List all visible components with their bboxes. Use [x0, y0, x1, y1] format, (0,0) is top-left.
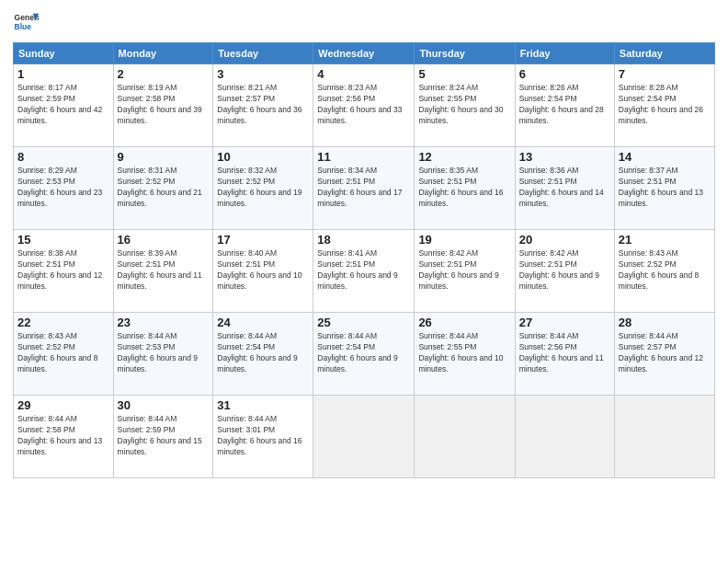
sunset-label: Sunset: 2:51 PM	[418, 259, 476, 269]
sunset-label: Sunset: 2:52 PM	[619, 259, 677, 269]
day-info: Sunrise: 8:23 AM Sunset: 2:56 PM Dayligh…	[317, 83, 410, 127]
sunrise-label: Sunrise: 8:44 AM	[17, 414, 77, 423]
sunset-label: Sunset: 2:51 PM	[619, 177, 677, 186]
sunrise-label: Sunrise: 8:37 AM	[619, 166, 678, 175]
sunrise-label: Sunrise: 8:17 AM	[17, 83, 77, 92]
sunrise-label: Sunrise: 8:42 AM	[519, 248, 579, 258]
calendar-cell: 24 Sunrise: 8:44 AM Sunset: 2:54 PM Dayl…	[213, 313, 313, 396]
daylight-label: Daylight: 6 hours and 42 minutes.	[17, 105, 102, 125]
sunset-label: Sunset: 2:51 PM	[519, 177, 577, 186]
daylight-label: Daylight: 6 hours and 15 minutes.	[118, 436, 202, 456]
calendar-cell: 20 Sunrise: 8:42 AM Sunset: 2:51 PM Dayl…	[515, 230, 614, 313]
sunrise-label: Sunrise: 8:39 AM	[118, 248, 177, 258]
calendar-table: SundayMondayTuesdayWednesdayThursdayFrid…	[13, 42, 715, 478]
sunset-label: Sunset: 3:01 PM	[217, 425, 275, 434]
day-number: 27	[519, 316, 610, 329]
sunrise-label: Sunrise: 8:26 AM	[519, 83, 579, 92]
day-number: 10	[217, 150, 309, 164]
calendar-cell: 3 Sunrise: 8:21 AM Sunset: 2:57 PM Dayli…	[213, 64, 313, 147]
day-number: 16	[118, 233, 210, 247]
day-info: Sunrise: 8:19 AM Sunset: 2:58 PM Dayligh…	[118, 83, 210, 127]
calendar-cell: 25 Sunrise: 8:44 AM Sunset: 2:54 PM Dayl…	[313, 313, 415, 396]
calendar-cell: 14 Sunrise: 8:37 AM Sunset: 2:51 PM Dayl…	[614, 147, 714, 230]
day-number: 9	[118, 150, 210, 164]
sunset-label: Sunset: 2:58 PM	[17, 425, 75, 434]
sunrise-label: Sunrise: 8:43 AM	[17, 331, 77, 340]
sunset-label: Sunset: 2:59 PM	[118, 425, 176, 434]
day-info: Sunrise: 8:32 AM Sunset: 2:52 PM Dayligh…	[217, 166, 309, 210]
calendar-week-row: 8 Sunrise: 8:29 AM Sunset: 2:53 PM Dayli…	[14, 147, 715, 230]
day-info: Sunrise: 8:44 AM Sunset: 2:55 PM Dayligh…	[418, 331, 510, 375]
calendar-header-thursday: Thursday	[415, 43, 515, 64]
daylight-label: Daylight: 6 hours and 12 minutes.	[619, 353, 703, 373]
calendar-cell: 26 Sunrise: 8:44 AM Sunset: 2:55 PM Dayl…	[415, 313, 515, 396]
calendar-cell: 13 Sunrise: 8:36 AM Sunset: 2:51 PM Dayl…	[515, 147, 614, 230]
day-info: Sunrise: 8:24 AM Sunset: 2:55 PM Dayligh…	[418, 83, 510, 127]
calendar-cell: 19 Sunrise: 8:42 AM Sunset: 2:51 PM Dayl…	[415, 230, 515, 313]
day-number: 13	[519, 150, 610, 164]
day-info: Sunrise: 8:44 AM Sunset: 2:56 PM Dayligh…	[519, 331, 610, 375]
day-info: Sunrise: 8:43 AM Sunset: 2:52 PM Dayligh…	[619, 248, 711, 293]
calendar-week-row: 15 Sunrise: 8:38 AM Sunset: 2:51 PM Dayl…	[14, 230, 715, 313]
sunrise-label: Sunrise: 8:24 AM	[418, 83, 478, 92]
sunset-label: Sunset: 2:59 PM	[17, 94, 75, 103]
calendar-cell: 17 Sunrise: 8:40 AM Sunset: 2:51 PM Dayl…	[213, 230, 313, 313]
calendar-cell	[415, 396, 515, 478]
day-info: Sunrise: 8:38 AM Sunset: 2:51 PM Dayligh…	[17, 248, 109, 293]
sunset-label: Sunset: 2:55 PM	[418, 94, 476, 103]
calendar-week-row: 29 Sunrise: 8:44 AM Sunset: 2:58 PM Dayl…	[14, 396, 715, 478]
daylight-label: Daylight: 6 hours and 28 minutes.	[519, 105, 604, 125]
daylight-label: Daylight: 6 hours and 9 minutes.	[317, 270, 397, 291]
day-number: 4	[317, 67, 410, 81]
daylight-label: Daylight: 6 hours and 9 minutes.	[317, 353, 397, 373]
sunset-label: Sunset: 2:54 PM	[619, 94, 677, 103]
calendar-cell: 27 Sunrise: 8:44 AM Sunset: 2:56 PM Dayl…	[515, 313, 614, 396]
sunset-label: Sunset: 2:52 PM	[118, 177, 176, 186]
sunset-label: Sunset: 2:51 PM	[519, 259, 577, 269]
calendar-cell: 28 Sunrise: 8:44 AM Sunset: 2:57 PM Dayl…	[614, 313, 714, 396]
sunrise-label: Sunrise: 8:43 AM	[619, 248, 678, 258]
sunset-label: Sunset: 2:56 PM	[317, 94, 375, 103]
sunset-label: Sunset: 2:55 PM	[418, 342, 476, 351]
day-number: 21	[619, 233, 711, 247]
day-info: Sunrise: 8:44 AM Sunset: 2:54 PM Dayligh…	[317, 331, 410, 375]
daylight-label: Daylight: 6 hours and 26 minutes.	[619, 105, 703, 125]
day-number: 31	[217, 398, 309, 412]
day-info: Sunrise: 8:21 AM Sunset: 2:57 PM Dayligh…	[217, 83, 309, 127]
daylight-label: Daylight: 6 hours and 21 minutes.	[118, 188, 202, 208]
calendar-cell: 22 Sunrise: 8:43 AM Sunset: 2:52 PM Dayl…	[14, 313, 114, 396]
day-info: Sunrise: 8:44 AM Sunset: 2:57 PM Dayligh…	[619, 331, 711, 375]
sunset-label: Sunset: 2:54 PM	[317, 342, 375, 351]
calendar-cell: 5 Sunrise: 8:24 AM Sunset: 2:55 PM Dayli…	[415, 64, 515, 147]
sunset-label: Sunset: 2:53 PM	[17, 177, 75, 186]
day-info: Sunrise: 8:26 AM Sunset: 2:54 PM Dayligh…	[519, 83, 610, 127]
sunrise-label: Sunrise: 8:40 AM	[217, 248, 277, 258]
daylight-label: Daylight: 6 hours and 8 minutes.	[619, 270, 699, 291]
calendar-cell	[614, 396, 714, 478]
day-number: 3	[217, 67, 309, 81]
sunset-label: Sunset: 2:54 PM	[519, 94, 577, 103]
calendar-header-sunday: Sunday	[14, 43, 114, 64]
svg-text:Blue: Blue	[15, 22, 32, 31]
calendar-cell: 8 Sunrise: 8:29 AM Sunset: 2:53 PM Dayli…	[14, 147, 114, 230]
sunset-label: Sunset: 2:51 PM	[17, 259, 75, 269]
sunset-label: Sunset: 2:51 PM	[317, 177, 375, 186]
sunrise-label: Sunrise: 8:36 AM	[519, 166, 579, 175]
sunset-label: Sunset: 2:51 PM	[317, 259, 375, 269]
daylight-label: Daylight: 6 hours and 17 minutes.	[317, 188, 402, 208]
day-number: 12	[418, 150, 510, 164]
calendar-header-saturday: Saturday	[614, 43, 714, 64]
daylight-label: Daylight: 6 hours and 13 minutes.	[17, 436, 102, 456]
calendar-cell: 9 Sunrise: 8:31 AM Sunset: 2:52 PM Dayli…	[113, 147, 213, 230]
day-info: Sunrise: 8:44 AM Sunset: 2:58 PM Dayligh…	[17, 414, 109, 458]
day-number: 6	[519, 67, 610, 81]
logo: General Blue	[13, 9, 39, 35]
calendar-cell: 1 Sunrise: 8:17 AM Sunset: 2:59 PM Dayli…	[14, 64, 114, 147]
day-info: Sunrise: 8:28 AM Sunset: 2:54 PM Dayligh…	[619, 83, 711, 127]
calendar-cell: 4 Sunrise: 8:23 AM Sunset: 2:56 PM Dayli…	[313, 64, 415, 147]
day-number: 1	[17, 67, 109, 81]
calendar-cell: 15 Sunrise: 8:38 AM Sunset: 2:51 PM Dayl…	[14, 230, 114, 313]
day-info: Sunrise: 8:42 AM Sunset: 2:51 PM Dayligh…	[418, 248, 510, 293]
calendar-cell: 21 Sunrise: 8:43 AM Sunset: 2:52 PM Dayl…	[614, 230, 714, 313]
sunset-label: Sunset: 2:56 PM	[519, 342, 577, 351]
